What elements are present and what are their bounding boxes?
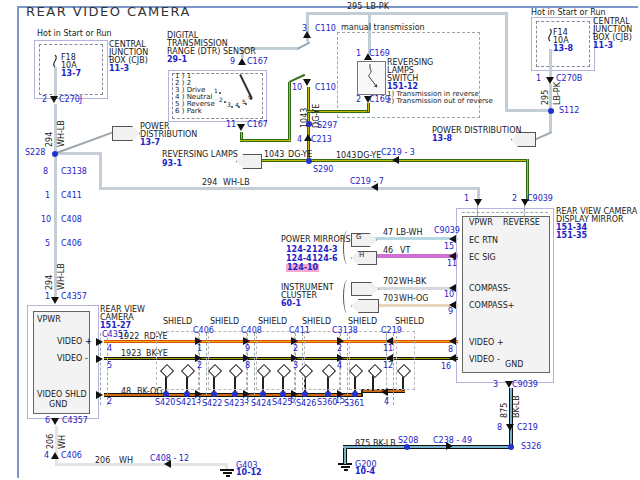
pin-16-c9039: 16 [441, 363, 451, 371]
connector-c219[interactable]: C219 [517, 424, 538, 432]
pin-arrow-icon [96, 355, 103, 363]
cjb-right-page-ref[interactable]: 11-3 [593, 42, 613, 50]
connector-c9039[interactable]: C9039 [527, 195, 553, 203]
splice-s361-label[interactable]: S361 [344, 400, 364, 408]
pin-10-c110: 10 [292, 84, 302, 92]
pin-1-c4357: 1 [45, 293, 50, 301]
wire-294-color: WH-LB [58, 263, 66, 290]
pin-9-c9039: 9 [448, 308, 453, 316]
splice-s423-label[interactable]: S423 [224, 400, 244, 408]
pin-8-c3138: 8 [43, 168, 48, 176]
splice-s424-label[interactable]: S424 [251, 400, 271, 408]
pin-arrow-icon [51, 297, 59, 304]
connector-c3138[interactable]: C3138 [61, 168, 87, 176]
wire-46-color: VT [400, 247, 410, 255]
inline-connector-c238-49[interactable]: C238 - 49 [433, 437, 472, 445]
connector-c167[interactable]: C167 [247, 58, 268, 66]
connector-c9039[interactable]: C9039 [434, 227, 460, 235]
inline-connector-c219-7[interactable]: C219 - 7 [350, 178, 384, 186]
connector-c270j[interactable]: C270J [59, 96, 82, 104]
wire-702-number: 702 [383, 278, 398, 286]
splice-s297-label[interactable]: S297 [317, 122, 337, 130]
splice-s422-label[interactable]: S422 [202, 400, 222, 408]
wire-48-color: BK-OG [137, 388, 163, 396]
inline-connector-c219-3[interactable]: C219 - 3 [381, 149, 415, 157]
wire-1922-number: 1922 [119, 333, 139, 341]
connector-c110[interactable]: C110 [315, 25, 336, 33]
pin-3-c406-drain: 3 [196, 397, 201, 405]
splice-s290-label[interactable]: S290 [313, 166, 333, 174]
ground-g403-icon [223, 472, 232, 474]
splice-s420-label[interactable]: S420 [155, 399, 175, 407]
off-page-connector-icon [236, 154, 262, 169]
mirror-video-plus-label: VIDEO + [469, 339, 504, 347]
reversing-lamps-label: REVERSING LAMPS [162, 151, 238, 159]
ground-g403-icon [220, 469, 234, 471]
splice-dot [280, 391, 286, 397]
connector-c4357[interactable]: C4357 [62, 417, 88, 425]
connector-c406[interactable]: C406 [61, 240, 82, 248]
splice-s208-label[interactable]: S208 [398, 437, 418, 445]
dtr-page-ref[interactable]: 29-1 [167, 56, 187, 64]
splice-s421-label[interactable]: S421 [176, 399, 196, 407]
connector-c219[interactable]: C219 [381, 327, 402, 335]
connector-dash-line [477, 205, 478, 216]
connector-c213[interactable]: C213 [311, 136, 332, 144]
dtr-switch-pos-3: 3 [227, 102, 231, 108]
camera-ref[interactable]: 151-27 [100, 322, 131, 330]
power-mirrors-ref-124-3[interactable]: 124-3 [312, 246, 338, 254]
wire-206-color: WH [119, 457, 133, 465]
connector-c406[interactable]: C406 [61, 452, 82, 460]
pin-1-c270b: 1 [536, 75, 541, 83]
mirror-ec-rtn-label: EC RTN [469, 237, 498, 245]
reversing-lamps-ref[interactable]: 93-1 [162, 160, 182, 168]
splice-s426-label[interactable]: S426 [296, 400, 316, 408]
instrument-cluster-ref[interactable]: 60-1 [281, 300, 301, 308]
mirror-ref-2[interactable]: 151-35 [556, 232, 587, 240]
pin-2-c270j: 2 [42, 96, 47, 104]
pin-arrow-icon [51, 452, 59, 459]
power-distribution-13-7-ref[interactable]: 13-7 [140, 139, 160, 147]
cjb-left-page-ref[interactable]: 11-3 [109, 65, 129, 73]
connector-c408[interactable]: C408 [241, 327, 262, 335]
connector-c408[interactable]: C408 [61, 216, 82, 224]
power-mirrors-ref-124-2[interactable]: 124-2 [286, 246, 312, 254]
ground-g200-ref[interactable]: 10-4 [355, 468, 375, 476]
manual-transmission-label: manual transmission [341, 24, 425, 32]
fuse-f14-page-ref[interactable]: 13-8 [553, 45, 573, 53]
connector-c9039[interactable]: C9039 [512, 381, 538, 389]
pin-2-c411: 2 [293, 345, 298, 353]
connector-c411[interactable]: C411 [61, 192, 82, 200]
off-page-connector-icon [351, 299, 379, 313]
splice-s360-label[interactable]: S360 [317, 399, 337, 407]
connector-c406[interactable]: C406 [193, 327, 214, 335]
pin-8-c219: 8 [497, 424, 502, 432]
pin-arrow-icon [449, 354, 456, 362]
power-mirrors-ref-124-4[interactable]: 124-4 [286, 255, 312, 263]
connector-c411[interactable]: C411 [289, 327, 310, 335]
pin-10-c408: 10 [41, 216, 51, 224]
splice-s425-label[interactable]: S425 [272, 399, 292, 407]
connector-c169[interactable]: C169 [369, 96, 390, 104]
splice-s112-label[interactable]: S112 [559, 107, 579, 115]
ground-g200-icon [341, 466, 350, 468]
power-distribution-13-8-ref[interactable]: 13-8 [432, 135, 452, 143]
reversing-lamps-switch-icon [358, 62, 383, 92]
splice-s228-label[interactable]: S228 [25, 149, 45, 157]
shield-label: SHIELD [302, 318, 331, 326]
connector-c169[interactable]: C169 [369, 50, 390, 58]
ground-g403-ref[interactable]: 10-12 [236, 469, 262, 477]
power-mirrors-ref-124-6[interactable]: 124-6 [312, 255, 338, 263]
pin-9-c167: 9 [230, 58, 235, 66]
connector-c110[interactable]: C110 [315, 84, 336, 92]
connector-c4357[interactable]: C4357 [61, 293, 87, 301]
splice-s326-label[interactable]: S326 [521, 443, 541, 451]
power-mirrors-ref-124-10[interactable]: 124-10 [286, 264, 319, 272]
pin-6-c4357: 6 [45, 417, 50, 425]
pin-arrow-icon [449, 337, 456, 345]
fuse-f18-page-ref[interactable]: 13-7 [61, 70, 81, 78]
wire-segment [54, 152, 101, 155]
inline-connector-c408-12[interactable]: C408 - 12 [150, 455, 189, 463]
connector-c3138[interactable]: C3138 [332, 327, 358, 335]
connector-c167[interactable]: C167 [247, 121, 268, 129]
